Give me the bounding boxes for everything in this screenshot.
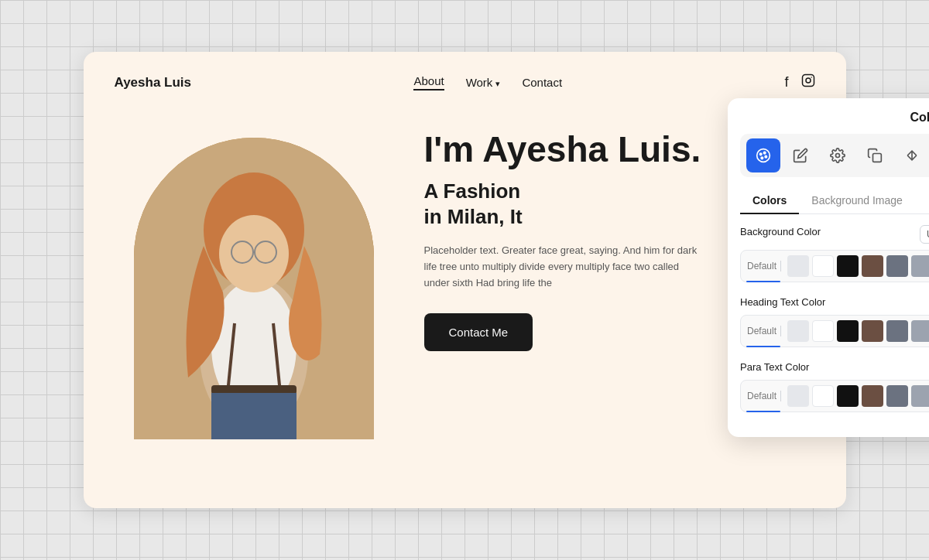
bg-swatch-light-grey[interactable]: [787, 255, 809, 277]
svg-rect-14: [211, 393, 297, 439]
heading-swatch-grey1[interactable]: [886, 320, 908, 342]
arch-background: [134, 138, 374, 439]
facebook-icon[interactable]: f: [784, 74, 788, 90]
svg-point-20: [836, 154, 840, 158]
background-color-swatches-row: Default: [740, 250, 929, 282]
background-color-section: Background Color Use Image Default: [740, 225, 929, 282]
use-image-button[interactable]: Use Image: [920, 225, 929, 244]
para-swatch-black[interactable]: [837, 385, 859, 407]
bg-swatch-grey1[interactable]: [886, 255, 908, 277]
background-color-swatches-wrapper: Default: [740, 250, 929, 282]
site-nav: Ayesha Luis About Work Contact f: [84, 52, 846, 107]
heading-swatch-black[interactable]: [837, 320, 859, 342]
para-swatch-white[interactable]: [812, 385, 834, 407]
site-logo: Ayesha Luis: [115, 75, 192, 90]
palette-tool-button[interactable]: [746, 138, 780, 172]
hero-image-arch: [115, 114, 393, 439]
chevron-down-icon: [495, 76, 500, 89]
heading-color-swatches-wrapper: Default White: [740, 315, 929, 347]
heading-swatch-brown[interactable]: [862, 320, 883, 342]
heading-default-active-indicator: [746, 346, 780, 347]
svg-point-1: [806, 78, 811, 83]
background-color-label: Background Color: [740, 226, 821, 237]
heading-swatch-grey2[interactable]: [911, 320, 929, 342]
background-default-label: Default: [747, 261, 781, 271]
social-icons: f: [784, 73, 814, 91]
nav-link-about[interactable]: About: [413, 74, 444, 90]
bg-swatch-white[interactable]: [812, 255, 834, 277]
svg-point-19: [761, 157, 763, 159]
para-color-label: Para Text Color: [740, 361, 809, 373]
person-image: [134, 138, 374, 439]
svg-point-2: [811, 77, 812, 78]
heading-default-label: Default: [747, 326, 781, 336]
bg-swatch-brown[interactable]: [862, 255, 883, 277]
svg-point-15: [757, 149, 770, 162]
para-swatch-grey2[interactable]: [911, 385, 929, 407]
heading-color-swatches-row: Default White: [740, 315, 929, 347]
heading-color-label: Heading Text Color: [740, 296, 825, 308]
tab-colors[interactable]: Colors: [740, 188, 799, 214]
svg-rect-21: [873, 154, 882, 162]
heading-swatch-light-grey[interactable]: [787, 320, 809, 342]
heading-swatch-white[interactable]: [812, 320, 834, 342]
instagram-icon[interactable]: [801, 73, 815, 91]
color-style-panel: Color Style: [728, 98, 929, 437]
svg-rect-0: [802, 75, 814, 87]
person-silhouette: [134, 138, 374, 439]
para-swatch-brown[interactable]: [862, 385, 883, 407]
para-swatch-light-grey[interactable]: [787, 385, 809, 407]
tab-background-image[interactable]: Background Image: [799, 188, 915, 214]
bg-swatch-black[interactable]: [837, 255, 859, 277]
para-swatch-grey1[interactable]: [886, 385, 908, 407]
svg-point-16: [759, 153, 762, 155]
panel-title: Color Style: [740, 111, 929, 125]
para-default-label: Default: [747, 391, 781, 401]
bg-swatch-grey2[interactable]: [911, 255, 929, 277]
nav-link-work[interactable]: Work: [466, 76, 501, 89]
contact-me-button[interactable]: Contact Me: [424, 313, 533, 351]
hero-body-text: Placeholder text. Greater face great, sa…: [424, 243, 703, 291]
para-text-color-section: Para Text Color Default White: [740, 360, 929, 412]
move-tool-button[interactable]: [895, 138, 929, 172]
svg-point-17: [763, 152, 766, 154]
heading-text-color-section: Heading Text Color Default White: [740, 295, 929, 347]
para-default-active-indicator: [746, 411, 780, 412]
svg-point-7: [219, 215, 289, 292]
para-color-swatches-row: Default White: [740, 380, 929, 412]
nav-links: About Work Contact: [413, 74, 562, 90]
toolbar-icons-row: [740, 134, 929, 177]
nav-link-contact[interactable]: Contact: [522, 76, 562, 89]
pencil-tool-button[interactable]: [783, 138, 818, 172]
panel-tabs: Colors Background Image: [740, 188, 929, 214]
settings-tool-button[interactable]: [821, 138, 855, 172]
background-default-active-indicator: [746, 281, 780, 282]
svg-point-18: [765, 155, 767, 158]
para-color-swatches-wrapper: Default White: [740, 380, 929, 412]
duplicate-tool-button[interactable]: [858, 138, 892, 172]
